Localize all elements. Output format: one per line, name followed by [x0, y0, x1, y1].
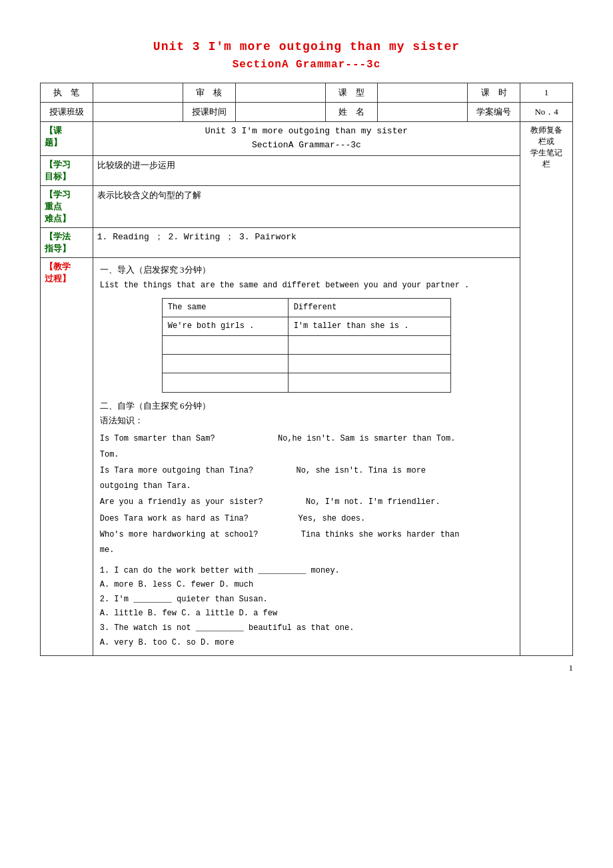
- intro-title: 一、导入（启发探究 3分钟）: [100, 263, 513, 277]
- label-method: 【学法指导】: [41, 227, 93, 257]
- col-different: Different: [288, 298, 450, 317]
- section-key-row: 【学习重点难点】 表示比较含义的句型的了解: [41, 185, 573, 227]
- qa-1: Is Tom smarter than Sam? No,he isn't. Sa…: [100, 432, 513, 445]
- ex1-text: 1. I can do the work better with _______…: [100, 564, 513, 579]
- exercise-3: 3. The watch is not __________ beautiful…: [100, 621, 513, 650]
- label-shenhe: 审 核: [183, 83, 235, 103]
- content-ketitle: Unit 3 I'm more outgoing than my sister …: [93, 122, 520, 156]
- comparison-row-4: [162, 373, 450, 392]
- value-caseno: No．4: [520, 103, 573, 122]
- label-teaching: 【教学过程】: [41, 257, 93, 656]
- intro-instruction: List the things that are the same and di…: [100, 279, 513, 292]
- qa-5-q: Who's more hardworking at school?: [100, 530, 259, 539]
- ex3-text: 3. The watch is not __________ beautiful…: [100, 621, 513, 636]
- diff-4: [288, 373, 450, 392]
- col-same: The same: [162, 298, 288, 317]
- value-keshi: 1: [520, 83, 573, 103]
- label-time: 授课时间: [183, 103, 235, 122]
- label-ketitle: 【课题】: [41, 122, 93, 156]
- same-3: [162, 355, 288, 373]
- qa-3: Are you a friendly as your sister? No, I…: [100, 495, 513, 509]
- page-number: 1: [40, 663, 573, 673]
- label-ketype: 课 型: [325, 83, 378, 103]
- comparison-row-3: [162, 355, 450, 373]
- title-line1: Unit 3 I'm more outgoing than my sister: [97, 125, 516, 139]
- section-goal-row: 【学习目标】 比较级的进一步运用: [41, 155, 573, 185]
- ex2-text: 2. I'm ________ quieter than Susan.: [100, 593, 513, 607]
- ex2-options: A. little B. few C. a little D. a few: [100, 607, 513, 621]
- diff-2: [288, 335, 450, 354]
- content-key: 表示比较含义的句型的了解: [93, 185, 520, 227]
- label-goal: 【学习目标】: [41, 155, 93, 185]
- value-ketype: [378, 83, 468, 103]
- qa-2-a: No, she isn't. Tina is more: [297, 466, 426, 475]
- value-class: [93, 103, 183, 122]
- page-subtitle: SectionA Grammar---3c: [40, 59, 573, 71]
- qa-5-a: Tina thinks she works harder than: [301, 530, 460, 539]
- comparison-header: The same Different: [162, 298, 450, 317]
- header-row-2: 授课班级 授课时间 姓 名 学案编号 No．4: [41, 103, 573, 122]
- title-line2: SectionA Grammar---3c: [97, 139, 516, 153]
- diff-1: I'm taller than she is .: [288, 317, 450, 335]
- main-table: 执 笔 审 核 课 型 课 时 1 授课班级 授课时间 姓 名 学案编号 No．…: [40, 83, 573, 656]
- label-keshi: 课 时: [468, 83, 520, 103]
- qa-5: Who's more hardworking at school? Tina t…: [100, 528, 513, 541]
- exercise-2: 2. I'm ________ quieter than Susan. A. l…: [100, 593, 513, 621]
- header-row-1: 执 笔 审 核 课 型 课 时 1: [41, 83, 573, 103]
- value-zhiwen: [93, 83, 183, 103]
- label-caseno: 学案编号: [468, 103, 520, 122]
- qa-pairs: Is Tom smarter than Sam? No,he isn't. Sa…: [100, 432, 513, 557]
- qa-4: Does Tara work as hard as Tina? Yes, she…: [100, 512, 513, 525]
- exercise-1: 1. I can do the work better with _______…: [100, 564, 513, 593]
- qa-4-a: Yes, she does.: [298, 514, 365, 523]
- comparison-table: The same Different We're both girls . I'…: [162, 298, 451, 393]
- qa-2: Is Tara more outgoing than Tina? No, she…: [100, 464, 513, 477]
- qa-2-q: Is Tara more outgoing than Tina?: [100, 466, 253, 475]
- diff-3: [288, 355, 450, 373]
- label-class: 授课班级: [41, 103, 93, 122]
- value-shenhe: [235, 83, 325, 103]
- content-method: 1. Reading ； 2. Writing ； 3. Pairwork: [93, 227, 520, 257]
- qa-3-q: Are you a friendly as your sister?: [100, 497, 263, 507]
- same-2: [162, 335, 288, 354]
- value-time: [235, 103, 325, 122]
- content-goal: 比较级的进一步运用: [93, 155, 520, 185]
- content-teaching: 一、导入（启发探究 3分钟） List the things that are …: [93, 257, 520, 656]
- qa-5-cont: me.: [100, 544, 513, 557]
- comparison-row-2: [162, 335, 450, 354]
- same-1: We're both girls .: [162, 317, 288, 335]
- label-name: 姓 名: [325, 103, 378, 122]
- label-key: 【学习重点难点】: [41, 185, 93, 227]
- qa-1-cont: Tom.: [100, 449, 513, 461]
- section-teaching-row: 【教学过程】 一、导入（启发探究 3分钟） List the things th…: [41, 257, 573, 656]
- same-4: [162, 373, 288, 392]
- ex3-options: A. very B. too C. so D. more: [100, 636, 513, 651]
- qa-1-a: No,he isn't. Sam is smarter than Tom.: [278, 434, 455, 443]
- qa-2-cont: outgoing than Tara.: [100, 480, 513, 493]
- value-name: [378, 103, 468, 122]
- section-title-row: 【课题】 Unit 3 I'm more outgoing than my si…: [41, 122, 573, 156]
- exercises: 1. I can do the work better with _______…: [100, 564, 513, 651]
- self-study-title: 二、自学（自主探究 6分钟）: [100, 399, 513, 413]
- comparison-row-1: We're both girls . I'm taller than she i…: [162, 317, 450, 335]
- page-title: Unit 3 I'm more outgoing than my sister: [40, 40, 573, 53]
- qa-4-q: Does Tara work as hard as Tina?: [100, 514, 249, 523]
- side-notes: 教师复备 栏或 学生笔记 栏: [520, 122, 573, 656]
- qa-1-q: Is Tom smarter than Sam?: [100, 434, 215, 443]
- section-method-row: 【学法指导】 1. Reading ； 2. Writing ； 3. Pair…: [41, 227, 573, 257]
- qa-3-a: No, I'm not. I'm friendlier.: [306, 497, 440, 507]
- label-zhiwen: 执 笔: [41, 83, 93, 103]
- ex1-options: A. more B. less C. fewer D. much: [100, 578, 513, 593]
- grammar-note: 语法知识：: [100, 414, 513, 428]
